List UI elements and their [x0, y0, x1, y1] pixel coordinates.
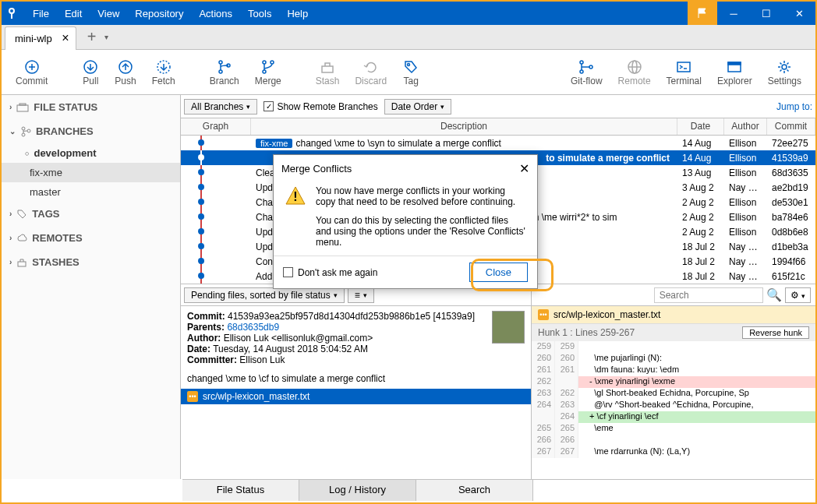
dialog-text-2: You can do this by selecting the conflic… — [316, 215, 526, 248]
close-window-button[interactable]: ✕ — [783, 2, 815, 25]
svg-text:!: ! — [293, 190, 297, 203]
commit-button[interactable]: Commit — [8, 55, 55, 90]
toolbar: Commit Pull Push Fetch Branch Merge Stas… — [2, 50, 815, 95]
app-logo — [2, 7, 25, 19]
svg-point-31 — [198, 154, 204, 160]
menu-edit[interactable]: Edit — [57, 8, 90, 19]
avatar — [492, 311, 525, 344]
pending-view[interactable]: ≡ ▾ — [348, 287, 374, 303]
menu-view[interactable]: View — [90, 8, 127, 19]
merge-conflicts-dialog: Merge Conflicts ✕ ! You now have merge c… — [273, 154, 538, 289]
col-desc[interactable]: Description — [251, 118, 677, 135]
menu-tools[interactable]: Tools — [240, 8, 279, 19]
discard-button[interactable]: Discard — [347, 55, 394, 90]
diff-body[interactable]: 259259260260 \me pujarlingi (N):261261 \… — [532, 341, 815, 458]
svg-rect-18 — [677, 62, 690, 72]
remote-button[interactable]: Remote — [610, 55, 659, 90]
menu-actions[interactable]: Actions — [191, 8, 240, 19]
minimize-button[interactable]: ─ — [717, 2, 750, 25]
svg-point-29 — [198, 139, 204, 146]
search-input[interactable] — [654, 287, 763, 303]
svg-point-9 — [263, 70, 266, 73]
sidebar-branch-development[interactable]: ○development — [2, 143, 180, 163]
date-order-filter[interactable]: Date Order ▾ — [384, 99, 451, 115]
svg-point-14 — [580, 70, 583, 73]
warning-icon: ! — [285, 185, 306, 207]
tab-dropdown[interactable]: ▾ — [104, 33, 108, 41]
svg-point-12 — [408, 63, 410, 65]
jump-to-link[interactable]: Jump to: — [776, 101, 812, 112]
reverse-hunk-button[interactable]: Reverse hunk — [742, 326, 809, 339]
menu-repository[interactable]: Repository — [127, 8, 191, 19]
tab-label: mini-wlp — [15, 33, 52, 44]
commit-row[interactable]: fix-xmechanged \xme to \syn to simulate … — [181, 136, 815, 150]
svg-rect-27 — [18, 262, 26, 266]
col-author[interactable]: Author — [724, 118, 767, 135]
tag-button[interactable]: Tag — [394, 55, 427, 90]
svg-point-37 — [198, 199, 204, 205]
svg-point-15 — [589, 65, 592, 69]
gitflow-button[interactable]: Git-flow — [563, 55, 610, 90]
svg-rect-23 — [19, 104, 26, 105]
dialog-close-button[interactable]: Close — [469, 263, 528, 282]
svg-point-43 — [198, 243, 204, 249]
dialog-close-icon[interactable]: ✕ — [519, 161, 529, 176]
status-log[interactable]: Log / History — [299, 480, 416, 501]
explorer-button[interactable]: Explorer — [709, 55, 760, 90]
fetch-button[interactable]: Fetch — [144, 55, 183, 90]
tabbar: mini-wlp × + ▾ — [2, 25, 815, 50]
col-date[interactable]: Date — [677, 118, 724, 135]
new-tab-button[interactable]: + — [81, 26, 103, 48]
dont-ask-checkbox[interactable]: Don't ask me again — [283, 267, 377, 278]
svg-point-45 — [198, 258, 204, 264]
dialog-title: Merge Conflicts — [281, 163, 352, 174]
flag-button[interactable] — [688, 2, 717, 25]
all-branches-filter[interactable]: All Branches ▾ — [184, 99, 257, 115]
terminal-button[interactable]: Terminal — [659, 55, 709, 90]
svg-point-33 — [198, 169, 204, 175]
branch-button[interactable]: Branch — [202, 55, 247, 90]
sidebar-remotes[interactable]: ›REMOTES — [2, 226, 180, 250]
svg-point-24 — [22, 127, 25, 130]
pull-button[interactable]: Pull — [74, 55, 107, 90]
grid-header: Graph Description Date Author Commit — [181, 118, 815, 136]
stash-button[interactable]: Stash — [308, 55, 348, 90]
maximize-button[interactable]: ☐ — [750, 2, 783, 25]
sidebar-branch-master[interactable]: master — [2, 182, 180, 202]
col-graph[interactable]: Graph — [181, 118, 251, 135]
sidebar: ›FILE STATUS ⌄BRANCHES ○development fix-… — [2, 95, 181, 479]
merge-button[interactable]: Merge — [247, 55, 289, 90]
sidebar-stashes[interactable]: ›STASHES — [2, 250, 180, 274]
svg-point-39 — [198, 213, 204, 220]
svg-point-8 — [263, 61, 266, 64]
tab-close-icon[interactable]: × — [62, 31, 69, 45]
svg-point-0 — [9, 9, 14, 13]
col-commit[interactable]: Commit — [767, 118, 815, 135]
svg-point-13 — [580, 61, 583, 64]
settings-button[interactable]: Settings — [760, 55, 809, 90]
svg-rect-11 — [322, 66, 333, 72]
diff-file-header: ••• src/wlp-lexicon_master.txt — [532, 306, 815, 324]
svg-point-47 — [198, 273, 204, 279]
pending-sort[interactable]: Pending files, sorted by file status ▾ — [184, 287, 345, 303]
statusbar: File Status Log / History Search — [182, 479, 814, 501]
show-remote-checkbox[interactable]: ✓Show Remote Branches — [263, 101, 377, 112]
search-icon[interactable]: 🔍 — [766, 287, 782, 302]
menu-file[interactable]: File — [25, 8, 57, 19]
file-modified-icon: ••• — [187, 391, 198, 402]
menu-help[interactable]: Help — [279, 8, 316, 19]
status-search[interactable]: Search — [416, 480, 533, 501]
push-button[interactable]: Push — [107, 55, 143, 90]
sidebar-tags[interactable]: ›TAGS — [2, 202, 180, 226]
filter-bar: All Branches ▾ ✓Show Remote Branches Dat… — [181, 95, 815, 118]
svg-rect-22 — [17, 105, 28, 111]
diff-settings[interactable]: ⚙ ▾ — [785, 287, 811, 303]
status-file-status[interactable]: File Status — [182, 480, 299, 501]
svg-point-35 — [198, 184, 204, 190]
repo-tab[interactable]: mini-wlp × — [5, 26, 76, 50]
search-bar: 🔍 ⚙ ▾ — [532, 284, 815, 306]
sidebar-file-status[interactable]: ›FILE STATUS — [2, 95, 180, 119]
sidebar-branches[interactable]: ⌄BRANCHES — [2, 119, 180, 143]
sidebar-branch-fix-xme[interactable]: fix-xme — [2, 163, 180, 182]
changed-file[interactable]: ••• src/wlp-lexicon_master.txt — [181, 389, 531, 404]
